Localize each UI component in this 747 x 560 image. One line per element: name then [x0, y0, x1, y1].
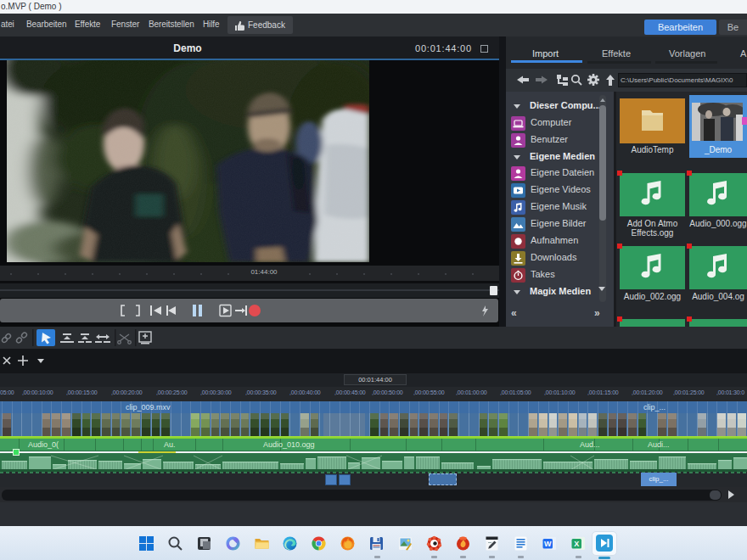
svg-text:X: X — [574, 540, 579, 548]
svg-text:W: W — [544, 540, 552, 548]
